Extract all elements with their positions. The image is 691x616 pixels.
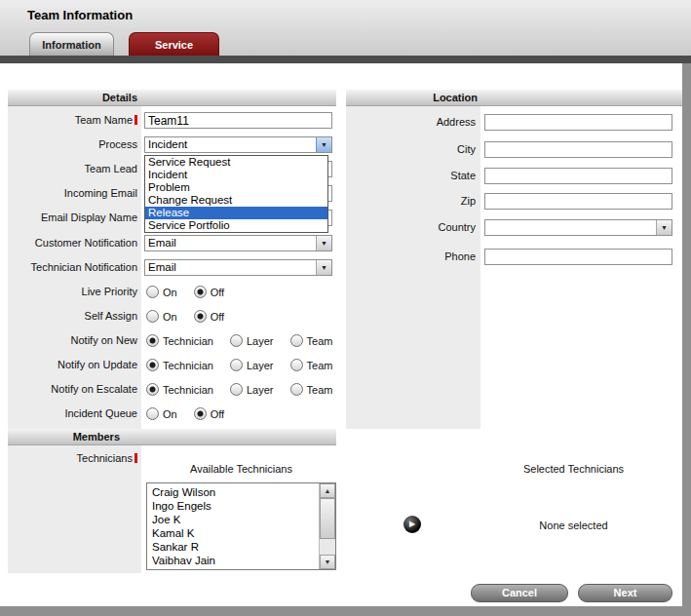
header-band: Team Information Information Service [0,0,691,56]
process-select-value: Incident [148,137,315,152]
scroll-down-icon[interactable]: ▼ [320,555,335,569]
technician-list-item[interactable]: Joe K [147,513,319,526]
available-technicians-items: Craig Wilson Ingo Engels Joe K Kamal K S… [147,485,319,569]
zip-label: Zip [346,193,476,210]
notify-on-escalate-layer-label: Layer [247,384,274,396]
technician-list-item[interactable]: Craig Wilson [147,485,319,499]
customer-notification-value: Email [148,236,315,250]
tab-information-label: Information [42,39,101,51]
notify-on-escalate-team-label: Team [307,384,333,396]
customer-notification-dropdown-arrow-icon[interactable]: ▼ [316,236,331,250]
technician-list-item[interactable]: Vaibhav Jain [147,554,319,567]
process-dropdown-arrow-icon[interactable]: ▼ [316,137,331,152]
notify-on-new-technician-radio[interactable] [146,334,159,347]
available-technicians-label: Available Technicians [146,463,336,475]
process-option-highlighted[interactable]: Release [145,207,327,219]
details-section-header: Details [8,90,336,106]
state-input[interactable] [484,168,672,184]
location-section-title: Location [433,92,478,103]
listbox-scrollbar[interactable]: ▲ ▼ [319,483,335,569]
live-priority-on-label: On [163,287,177,298]
country-dropdown-arrow-icon[interactable]: ▼ [656,220,672,235]
tab-service-label: Service [155,39,193,51]
phone-input[interactable] [484,249,672,265]
notify-on-escalate-team-radio[interactable] [290,383,303,396]
process-option[interactable]: Problem [145,181,327,194]
team-name-input[interactable] [144,112,332,129]
phone-label: Phone [346,249,476,265]
live-priority-label: Live Priority [8,284,137,300]
self-assign-off-radio[interactable] [194,310,207,323]
incoming-email-label: Incoming Email [8,185,137,202]
notify-on-update-team-radio[interactable] [290,359,303,371]
live-priority-off-radio[interactable] [194,286,207,298]
notify-on-update-layer-radio[interactable] [230,359,243,371]
notify-on-new-layer-label: Layer [247,335,274,347]
notify-on-update-label: Notify on Update [8,357,137,373]
self-assign-label: Self Assign [8,308,137,325]
process-label: Process [8,136,137,153]
technician-notification-select[interactable]: Email ▼ [144,259,332,276]
technician-list-item[interactable]: Ingo Engels [147,499,319,513]
tab-information[interactable]: Information [29,32,114,56]
address-input[interactable] [484,114,672,131]
notify-on-update-technician-radio[interactable] [146,359,159,371]
technician-notification-value: Email [148,260,315,275]
incident-queue-radio-group: On Off [146,405,224,422]
live-priority-on-radio[interactable] [146,286,159,298]
process-option[interactable]: Service Request [145,156,327,169]
country-label: Country [346,219,476,236]
notify-on-new-team-label: Team [307,335,333,347]
page-title: Team Information [27,8,133,22]
notify-on-new-team-radio[interactable] [290,334,303,347]
scroll-up-icon[interactable]: ▲ [320,483,335,498]
process-option[interactable]: Incident [145,169,327,181]
process-select[interactable]: Incident ▼ [144,136,332,153]
notify-on-new-technician-label: Technician [163,335,213,347]
incident-queue-off-radio[interactable] [194,407,207,420]
process-option[interactable]: Service Portfolio [145,219,327,232]
process-option[interactable]: Change Request [145,194,327,207]
customer-notification-label: Customer Notification [8,235,137,251]
live-priority-off-label: Off [211,287,224,298]
notify-on-new-radio-group: Technician Layer Team [146,332,332,349]
notify-on-escalate-label: Notify on Escalate [8,381,137,398]
address-label: Address [346,114,476,131]
cancel-button[interactable]: Cancel [471,584,568,602]
notify-on-update-technician-label: Technician [163,360,213,371]
technicians-label: Technicians [8,450,137,467]
notify-on-update-layer-label: Layer [247,360,274,371]
incident-queue-off-label: Off [211,408,224,420]
notify-on-escalate-layer-radio[interactable] [230,383,243,396]
members-section-header: Members [8,429,336,445]
city-label: City [346,141,476,158]
available-technicians-listbox[interactable]: Craig Wilson Ingo Engels Joe K Kamal K S… [146,482,336,570]
selected-technicians-label: Selected Technicians [474,463,673,475]
notify-on-new-layer-radio[interactable] [230,334,243,347]
live-priority-radio-group: On Off [146,284,224,300]
tab-service[interactable]: Service [129,32,219,56]
zip-input[interactable] [484,193,672,210]
notify-on-escalate-technician-label: Technician [163,384,213,396]
incident-queue-on-radio[interactable] [146,407,159,420]
incident-queue-on-label: On [163,408,177,420]
notify-on-update-team-label: Team [307,360,333,371]
technician-list-item[interactable]: Sankar R [147,540,319,554]
none-selected-text: None selected [474,520,673,531]
country-select-value [488,220,655,235]
technician-notification-dropdown-arrow-icon[interactable]: ▼ [316,260,331,275]
next-button[interactable]: Next [578,584,672,602]
self-assign-on-label: On [163,311,177,323]
self-assign-on-radio[interactable] [146,310,159,323]
notify-on-escalate-technician-radio[interactable] [146,383,159,396]
process-options-list: Service Request Incident Problem Change … [144,155,328,233]
technician-list-item[interactable]: Kamal K [147,526,319,540]
notify-on-escalate-radio-group: Technician Layer Team [146,381,332,398]
city-input[interactable] [484,141,672,158]
scrollbar-thumb[interactable] [320,498,335,539]
form-content: Details Location Team Name Process Incid… [0,63,682,606]
move-right-icon[interactable]: ▶ [403,516,421,533]
country-select[interactable]: ▼ [484,219,672,236]
customer-notification-select[interactable]: Email ▼ [144,235,332,251]
self-assign-radio-group: On Off [146,308,224,325]
